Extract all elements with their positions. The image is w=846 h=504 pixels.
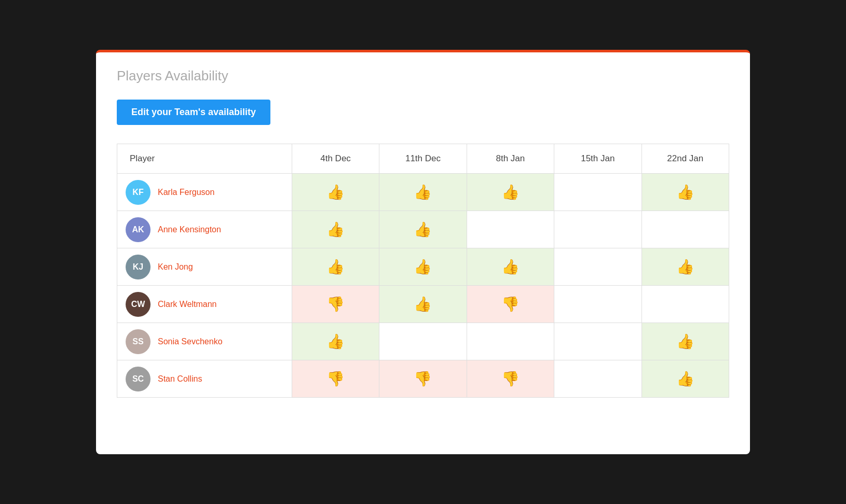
availability-table: Player4th Dec11th Dec8th Jan15th Jan22nd… (117, 144, 729, 398)
availability-cell-r2-c0[interactable]: 👍 (292, 248, 379, 286)
date-header-5: 22nd Jan (642, 144, 729, 174)
player-cell: SCStan Collins (117, 360, 292, 398)
availability-cell-r5-c1[interactable]: 👎 (379, 360, 467, 398)
date-header-3: 8th Jan (467, 144, 554, 174)
availability-cell-r3-c3[interactable] (554, 286, 642, 323)
avatar: AK (126, 217, 151, 242)
thumbs-up-icon: 👍 (414, 221, 432, 237)
availability-cell-r4-c1[interactable] (379, 323, 467, 360)
thumbs-down-icon: 👎 (414, 371, 432, 387)
player-cell: CWClark Weltmann (117, 286, 292, 323)
availability-cell-r0-c3[interactable] (554, 174, 642, 211)
date-header-2: 11th Dec (379, 144, 467, 174)
player-column-header: Player (117, 144, 292, 174)
availability-cell-r2-c1[interactable]: 👍 (379, 248, 467, 286)
avatar: KF (126, 180, 151, 205)
thumbs-up-icon: 👍 (326, 184, 345, 200)
thumbs-up-icon: 👍 (326, 259, 345, 275)
avatar: KJ (126, 255, 151, 279)
availability-cell-r3-c0[interactable]: 👎 (292, 286, 379, 323)
avatar: SS (126, 329, 151, 354)
availability-cell-r1-c2[interactable] (467, 211, 554, 248)
availability-cell-r5-c4[interactable]: 👍 (642, 360, 729, 398)
page-title: Players Availability (117, 68, 729, 84)
player-name: Anne Kensington (158, 225, 221, 234)
table-row: SCStan Collins👎👎👎👍 (117, 360, 729, 398)
thumbs-up-icon: 👍 (676, 333, 694, 349)
availability-cell-r1-c1[interactable]: 👍 (379, 211, 467, 248)
availability-cell-r2-c4[interactable]: 👍 (642, 248, 729, 286)
availability-cell-r5-c0[interactable]: 👎 (292, 360, 379, 398)
player-name: Sonia Sevchenko (158, 337, 223, 346)
availability-cell-r3-c4[interactable] (642, 286, 729, 323)
availability-cell-r4-c3[interactable] (554, 323, 642, 360)
table-row: CWClark Weltmann👎👍👎 (117, 286, 729, 323)
table-row: KJKen Jong👍👍👍👍 (117, 248, 729, 286)
thumbs-up-icon: 👍 (326, 221, 345, 237)
edit-availability-button[interactable]: Edit your Team's availability (117, 100, 270, 125)
availability-cell-r4-c2[interactable] (467, 323, 554, 360)
thumbs-down-icon: 👎 (326, 296, 345, 312)
thumbs-up-icon: 👍 (676, 184, 694, 200)
thumbs-down-icon: 👎 (326, 371, 345, 387)
availability-cell-r3-c1[interactable]: 👍 (379, 286, 467, 323)
player-name: Ken Jong (158, 262, 193, 272)
table-row: SSSonia Sevchenko👍👍 (117, 323, 729, 360)
thumbs-up-icon: 👍 (414, 259, 432, 275)
player-cell: AKAnne Kensington (117, 211, 292, 248)
thumbs-up-icon: 👍 (414, 184, 432, 200)
avatar: SC (126, 367, 151, 391)
availability-cell-r1-c0[interactable]: 👍 (292, 211, 379, 248)
thumbs-up-icon: 👍 (676, 259, 694, 275)
thumbs-up-icon: 👍 (326, 333, 345, 349)
date-header-4: 15th Jan (554, 144, 642, 174)
thumbs-down-icon: 👎 (501, 371, 520, 387)
availability-cell-r2-c2[interactable]: 👍 (467, 248, 554, 286)
availability-cell-r0-c0[interactable]: 👍 (292, 174, 379, 211)
availability-cell-r0-c2[interactable]: 👍 (467, 174, 554, 211)
date-header-1: 4th Dec (292, 144, 379, 174)
availability-cell-r1-c4[interactable] (642, 211, 729, 248)
table-row: AKAnne Kensington👍👍 (117, 211, 729, 248)
availability-cell-r4-c0[interactable]: 👍 (292, 323, 379, 360)
availability-cell-r2-c3[interactable] (554, 248, 642, 286)
availability-cell-r5-c3[interactable] (554, 360, 642, 398)
thumbs-up-icon: 👍 (501, 259, 520, 275)
player-cell: KFKarla Ferguson (117, 174, 292, 211)
thumbs-up-icon: 👍 (501, 184, 520, 200)
player-cell: KJKen Jong (117, 248, 292, 286)
availability-cell-r1-c3[interactable] (554, 211, 642, 248)
player-name: Clark Weltmann (158, 300, 217, 309)
main-window: Players Availability Edit your Team's av… (96, 50, 750, 454)
thumbs-up-icon: 👍 (414, 296, 432, 312)
availability-cell-r5-c2[interactable]: 👎 (467, 360, 554, 398)
table-row: KFKarla Ferguson👍👍👍👍 (117, 174, 729, 211)
player-cell: SSSonia Sevchenko (117, 323, 292, 360)
availability-cell-r0-c1[interactable]: 👍 (379, 174, 467, 211)
thumbs-down-icon: 👎 (501, 296, 520, 312)
avatar: CW (126, 292, 151, 317)
player-name: Stan Collins (158, 374, 202, 384)
availability-cell-r3-c2[interactable]: 👎 (467, 286, 554, 323)
availability-cell-r4-c4[interactable]: 👍 (642, 323, 729, 360)
player-name: Karla Ferguson (158, 188, 214, 197)
availability-cell-r0-c4[interactable]: 👍 (642, 174, 729, 211)
thumbs-up-icon: 👍 (676, 371, 694, 387)
